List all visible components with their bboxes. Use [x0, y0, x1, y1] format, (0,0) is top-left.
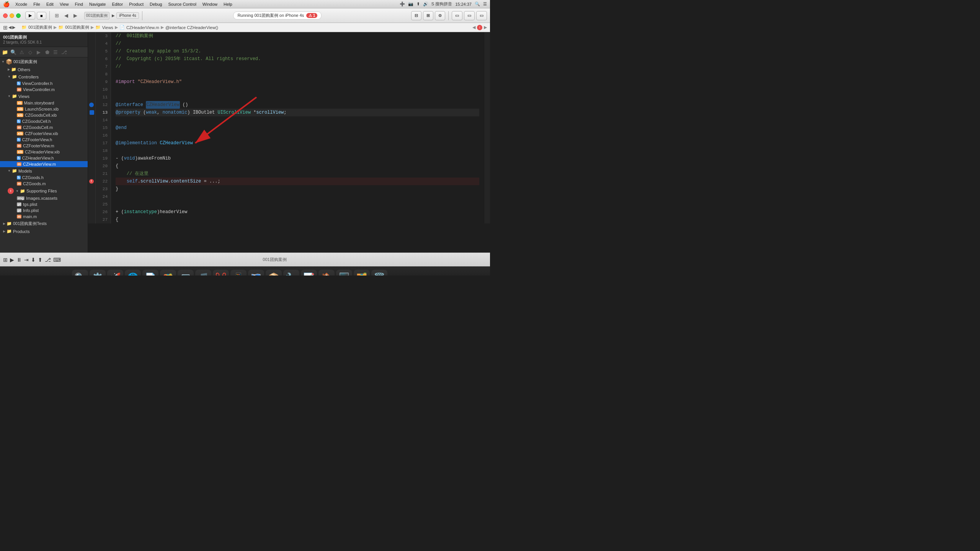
file-czgoodscell-h[interactable]: h CZGoodsCell.h — [0, 118, 88, 124]
group-products[interactable]: 📁 Products — [0, 228, 88, 235]
nav-test-icon[interactable]: ◇ — [26, 48, 34, 56]
menu-find[interactable]: Find — [72, 2, 86, 7]
dock-xcode[interactable]: 🖥️ — [336, 270, 352, 276]
file-czfooterview-m[interactable]: m CZFooterView.m — [0, 143, 88, 149]
dock-prefs[interactable]: ⚙️ — [90, 270, 106, 276]
close-button[interactable] — [3, 13, 8, 18]
nav-report-icon[interactable]: ☰ — [51, 48, 60, 56]
nav-forward-icon[interactable]: ▶ — [71, 11, 80, 20]
editor-assistant-btn[interactable]: ⊞ — [423, 11, 433, 20]
menu-help[interactable]: Help — [221, 2, 235, 7]
stop-button[interactable]: ■ — [37, 12, 46, 20]
dock-appstore[interactable]: 🗂️ — [354, 270, 370, 276]
maximize-button[interactable] — [16, 13, 21, 18]
file-tgs-plist[interactable]: pl tgs.plist — [0, 201, 88, 207]
bottom-step-icon[interactable]: ⇥ — [24, 257, 29, 263]
breadcrumb-grid-icon[interactable]: ⊞ — [3, 24, 8, 31]
dock-word[interactable]: 📝 — [301, 270, 317, 276]
file-czfooterview-xib[interactable]: xib CZFooterView.xib — [0, 130, 88, 137]
breakpoint-12[interactable] — [89, 103, 94, 107]
file-viewcontroller-h[interactable]: h ViewController.h — [0, 80, 88, 86]
file-info-plist[interactable]: pl Info.plist — [0, 207, 88, 214]
bottom-pause-icon[interactable]: ⏸ — [16, 257, 22, 263]
nav-back-icon[interactable]: ◀ — [62, 11, 70, 20]
bottom-stepup-icon[interactable]: ⬆ — [38, 257, 42, 263]
breadcrumb-item-3[interactable]: 📁 Views — [95, 25, 113, 30]
dock-files[interactable]: 🗃️ — [160, 270, 176, 276]
breadcrumb-forward-icon[interactable]: ▶ — [12, 25, 15, 30]
bottom-console-icon[interactable]: ⌨ — [53, 257, 61, 263]
file-viewcontroller-m[interactable]: m ViewController.m — [0, 86, 88, 93]
dock-script[interactable]: ✂️ — [213, 270, 229, 276]
menu-file[interactable]: File — [31, 2, 43, 7]
nav-git-icon[interactable]: ⎇ — [60, 48, 68, 56]
file-main-m[interactable]: m main.m — [0, 214, 88, 220]
breadcrumb-right-arrow[interactable]: ▶ — [484, 25, 487, 30]
bottom-play-icon[interactable]: ▶ — [10, 257, 14, 263]
editor-standard-btn[interactable]: ⊟ — [411, 11, 421, 20]
file-czgoodscell-xib[interactable]: xib CZGoodsCell.xib — [0, 112, 88, 118]
dock-tools[interactable]: 🔧 — [283, 270, 299, 276]
file-images-xcassets[interactable]: img Images.xcassets — [0, 195, 88, 201]
dock-finder[interactable]: 🔍 — [72, 270, 88, 276]
dock-terminal[interactable]: 💻 — [178, 270, 194, 276]
editor-version-btn[interactable]: ⊜ — [435, 11, 445, 20]
nav-grid-icon[interactable]: ⊞ — [53, 11, 61, 20]
menu-source-control[interactable]: Source Control — [165, 2, 199, 7]
device-badge[interactable]: iPhone 4s — [116, 12, 139, 19]
group-views[interactable]: 📁 Views — [0, 93, 88, 100]
file-main-storyboard[interactable]: sb Main.storyboard — [0, 100, 88, 106]
layout-btn-2[interactable]: ▭ — [464, 11, 475, 20]
file-czheaderview-m[interactable]: m CZHeaderView.m — [0, 161, 88, 167]
file-czheaderview-h[interactable]: h CZHeaderView.h — [0, 155, 88, 161]
dock-safari[interactable]: 🌐 — [125, 270, 141, 276]
nav-search-icon[interactable]: 🔍 — [9, 48, 18, 56]
bottom-panel-icon[interactable]: ⊞ — [3, 257, 8, 263]
nav-debug-icon[interactable]: ▶ — [34, 48, 43, 56]
menu-product[interactable]: Product — [126, 2, 146, 7]
menu-xcode[interactable]: Xcode — [13, 2, 30, 7]
menu-navigate[interactable]: Navigate — [87, 2, 108, 7]
breadcrumb-error-icon[interactable]: ◀ — [472, 25, 475, 30]
minimize-button[interactable] — [10, 13, 14, 18]
group-controllers[interactable]: 📁 Controllers — [0, 73, 88, 80]
file-czgoodscell-m[interactable]: m CZGoodsCell.m — [0, 124, 88, 130]
group-models[interactable]: 📁 Models — [0, 167, 88, 174]
menu-view[interactable]: View — [57, 2, 72, 7]
breadcrumb-item-4[interactable]: 📄 CZHeaderView.m — [119, 25, 159, 30]
breadcrumb-item-2[interactable]: 📁 001团购案例 — [58, 24, 89, 30]
nav-folder-icon[interactable]: 📁 — [1, 48, 9, 56]
breadcrumb-item-1[interactable]: 📁 001团购案例 — [21, 24, 52, 30]
group-supporting-files[interactable]: ! 📁 Supporting Files — [0, 187, 88, 195]
menu-window[interactable]: Window — [200, 2, 220, 7]
file-czgoods-h[interactable]: h CZGoods.h — [0, 174, 88, 181]
menu-search-icon[interactable]: 🔍 — [475, 2, 480, 7]
menu-debug[interactable]: Debug — [147, 2, 165, 7]
dock-trash[interactable]: 🗑️ — [371, 270, 387, 276]
file-czfooterview-h[interactable]: h CZFooterView.h — [0, 137, 88, 143]
file-czgoods-m[interactable]: m CZGoods.m — [0, 181, 88, 187]
project-badge[interactable]: 001团购案例 — [84, 12, 110, 20]
dock-iphone[interactable]: 📱 — [230, 270, 247, 276]
nav-bp-icon[interactable]: ⬟ — [43, 48, 51, 56]
menu-editor[interactable]: Editor — [109, 2, 126, 7]
group-others[interactable]: 📁 Others — [0, 66, 88, 73]
breadcrumb-item-5[interactable]: @interface CZHeaderView() — [165, 25, 218, 30]
dock-maps[interactable]: 🗺️ — [248, 270, 264, 276]
layout-btn-1[interactable]: ▭ — [452, 11, 462, 20]
menu-edit[interactable]: Edit — [44, 2, 56, 7]
file-launchscreen-xib[interactable]: xib LaunchScreen.xib — [0, 106, 88, 112]
menu-list-icon[interactable]: ☰ — [483, 2, 487, 7]
dock-music[interactable]: 🎵 — [195, 270, 211, 276]
bottom-thread-icon[interactable]: ⎇ — [45, 257, 51, 263]
dock-acrobat[interactable]: 🏠 — [318, 270, 335, 276]
group-main-project[interactable]: 📦 001团购案例 — [0, 57, 88, 66]
nav-alert-icon[interactable]: ⚠ — [18, 48, 26, 56]
bottom-stepdown-icon[interactable]: ⬇ — [31, 257, 36, 263]
layout-btn-3[interactable]: ▭ — [476, 11, 487, 20]
breadcrumb-back-icon[interactable]: ◀ — [8, 25, 11, 30]
apple-menu[interactable]: 🍎 — [3, 1, 10, 7]
group-tests[interactable]: 📁 001团购案例Tests — [0, 220, 88, 228]
dock-filezilla[interactable]: 📦 — [266, 270, 282, 276]
code-editor[interactable]: ! 3 4 5 6 7 8 9 10 11 12 13 — [88, 32, 490, 253]
